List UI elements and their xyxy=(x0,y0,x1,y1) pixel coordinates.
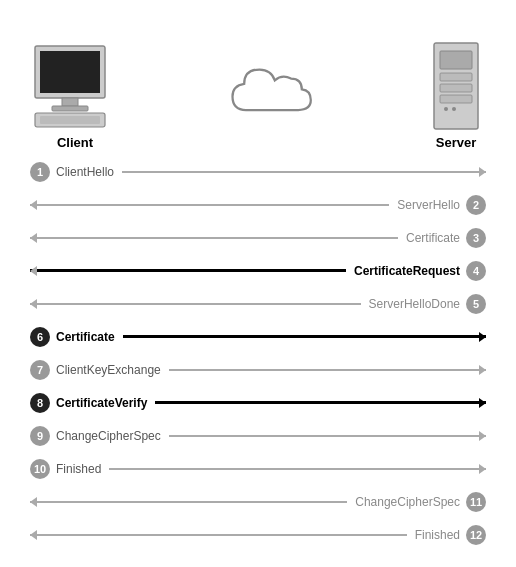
arrow-left-4 xyxy=(30,269,346,272)
arrow-left-11 xyxy=(30,501,347,503)
step-number-12: 12 xyxy=(466,525,486,545)
svg-rect-5 xyxy=(40,116,100,124)
step-label-8: CertificateVerify xyxy=(56,396,147,410)
step-row-12: Finished 12 xyxy=(30,518,486,551)
step-label-6: Certificate xyxy=(56,330,115,344)
arrow-left-2 xyxy=(30,204,389,206)
svg-rect-2 xyxy=(62,98,78,106)
step-row-11: ChangeCipherSpec 11 xyxy=(30,485,486,518)
svg-rect-3 xyxy=(52,106,88,111)
server-label: Server xyxy=(436,135,476,150)
step-row-5: ServerHelloDone 5 xyxy=(30,287,486,320)
step-label-10: Finished xyxy=(56,462,101,476)
step-row-4: CertificateRequest 4 xyxy=(30,254,486,287)
svg-rect-7 xyxy=(440,51,472,69)
step-label-7: ClientKeyExchange xyxy=(56,363,161,377)
step-label-2: ServerHello xyxy=(397,198,460,212)
svg-rect-8 xyxy=(440,73,472,81)
svg-rect-1 xyxy=(40,51,100,93)
step-label-12: Finished xyxy=(415,528,460,542)
server-computer-icon xyxy=(426,41,486,131)
arrow-right-9 xyxy=(169,435,486,437)
step-number-10: 10 xyxy=(30,459,50,479)
server-section: Server xyxy=(426,41,486,150)
step-label-5: ServerHelloDone xyxy=(369,297,460,311)
step-label-4: CertificateRequest xyxy=(354,264,460,278)
svg-point-12 xyxy=(452,107,456,111)
svg-rect-9 xyxy=(440,84,472,92)
arrow-left-3 xyxy=(30,237,398,239)
arrow-right-6 xyxy=(123,335,486,338)
step-label-3: Certificate xyxy=(406,231,460,245)
diagram: 1 ClientHello ServerHello 2 Certificate … xyxy=(0,155,516,551)
header: Client Server xyxy=(0,0,516,155)
arrow-right-8 xyxy=(155,401,486,404)
step-number-5: 5 xyxy=(466,294,486,314)
svg-rect-10 xyxy=(440,95,472,103)
step-row-3: Certificate 3 xyxy=(30,221,486,254)
arrow-left-5 xyxy=(30,303,361,305)
arrow-left-12 xyxy=(30,534,407,536)
step-number-8: 8 xyxy=(30,393,50,413)
step-number-4: 4 xyxy=(466,261,486,281)
step-label-11: ChangeCipherSpec xyxy=(355,495,460,509)
step-row-9: 9 ChangeCipherSpec xyxy=(30,419,486,452)
step-number-6: 6 xyxy=(30,327,50,347)
client-section: Client xyxy=(30,41,120,150)
svg-point-11 xyxy=(444,107,448,111)
step-number-11: 11 xyxy=(466,492,486,512)
step-number-3: 3 xyxy=(466,228,486,248)
step-row-7: 7 ClientKeyExchange xyxy=(30,353,486,386)
step-row-10: 10 Finished xyxy=(30,452,486,485)
arrow-right-7 xyxy=(169,369,486,371)
step-label-9: ChangeCipherSpec xyxy=(56,429,161,443)
step-number-1: 1 xyxy=(30,162,50,182)
client-label: Client xyxy=(57,135,93,150)
step-number-2: 2 xyxy=(466,195,486,215)
step-row-6: 6 Certificate xyxy=(30,320,486,353)
step-number-9: 9 xyxy=(30,426,50,446)
step-number-7: 7 xyxy=(30,360,50,380)
step-row-8: 8 CertificateVerify xyxy=(30,386,486,419)
step-label-1: ClientHello xyxy=(56,165,114,179)
step-row-2: ServerHello 2 xyxy=(30,188,486,221)
cloud-section xyxy=(228,57,318,130)
arrow-right-10 xyxy=(109,468,486,470)
client-computer-icon xyxy=(30,41,120,131)
cloud-icon xyxy=(228,57,318,127)
step-row-1: 1 ClientHello xyxy=(30,155,486,188)
arrow-right-1 xyxy=(122,171,486,173)
